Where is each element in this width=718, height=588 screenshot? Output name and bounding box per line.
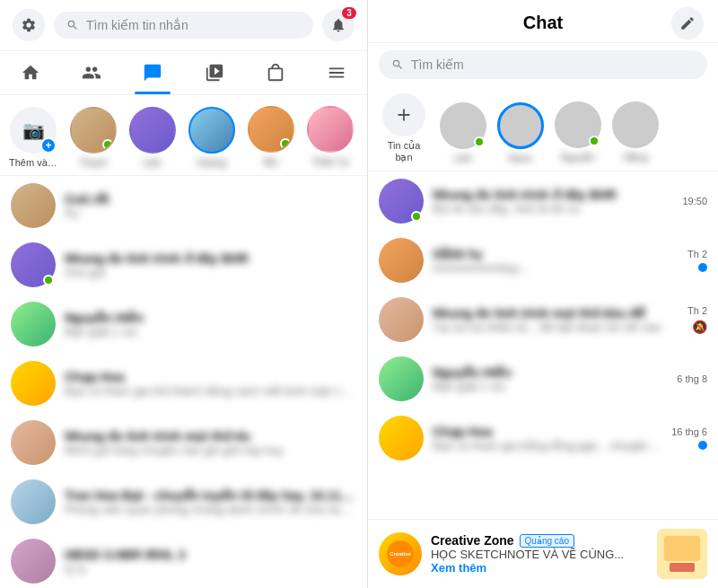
- right-stories-row: Tin của bạn Liên Nano Nguyễn Hằng: [368, 86, 718, 171]
- left-nav: [0, 51, 367, 95]
- unread-indicator-1: [698, 263, 707, 272]
- svg-text:Creative: Creative: [390, 551, 411, 557]
- chat-name-3: Chạp Hoa: [65, 370, 356, 384]
- right-story-label-3: Hằng: [623, 152, 647, 163]
- right-chat-time-3: 6 thg 8: [677, 373, 707, 384]
- new-chat-button[interactable]: Tin của bạn: [379, 93, 429, 163]
- notification-badge: 3: [342, 7, 356, 19]
- story-label-0: Thanh: [79, 157, 107, 168]
- search-placeholder: Tìm kiếm tin nhắn: [86, 18, 188, 32]
- right-story-3[interactable]: Hằng: [612, 101, 659, 163]
- right-chat-item-4[interactable]: Chạp Hoa Bạn có tham gia bằng tổng pge..…: [368, 408, 718, 468]
- add-story-button[interactable]: 📷 + Thêm vào tin: [9, 107, 57, 168]
- story-label-4: Thảo Vy: [311, 156, 348, 168]
- right-chat-preview-0: Bịn tê cảu đây, Ảnh tê đo cú: [433, 202, 673, 215]
- story-item-2[interactable]: Hoàng: [188, 107, 235, 168]
- right-story-label-1: Nano: [509, 153, 532, 163]
- chat-name-0: Coã rết: [65, 192, 356, 206]
- right-story-label-0: Liên: [454, 153, 473, 163]
- chat-preview-3: Bạn có tham gia thử thách bằng cách viết…: [65, 384, 356, 398]
- left-header: Tìm kiếm tin nhắn 3: [0, 0, 367, 51]
- chat-item-1[interactable]: Nhung đo tình trình ở đây BHR Ảnh gửi: [0, 235, 367, 294]
- right-chat-time-2: Th 2: [687, 305, 707, 316]
- right-chat-name-4: Chạp Hoa: [433, 425, 662, 439]
- ad-image: [657, 529, 707, 579]
- right-chat-time-4: 16 thg 6: [671, 426, 707, 437]
- left-chat-list: Coã rết Ầu Nhung đo tình trình ở đây BHR…: [0, 176, 367, 588]
- right-chat-name-3: Nguyễn Hiền: [433, 365, 668, 380]
- chat-preview-5: Phòng viên quan phòng chứng danh chính v…: [65, 503, 356, 516]
- chat-item-5[interactable]: Tran Hoa Bạt - chuyển tuyến từ đây hay. …: [0, 472, 367, 531]
- right-panel: Chat Tìm kiếm Tin của bạn Liên: [368, 0, 718, 588]
- right-search-placeholder: Tìm kiếm: [411, 57, 464, 72]
- right-chat-preview-3: Bận giặt 1 xíu: [433, 380, 668, 393]
- chat-preview-0: Ầu: [65, 206, 356, 220]
- nav-home[interactable]: [4, 57, 57, 89]
- right-chat-item-2[interactable]: Nhung đo tình trình mọt thứ dùu đề Tại s…: [368, 290, 718, 349]
- right-chat-preview-1: mmmmmmmhyy...: [433, 261, 679, 275]
- right-chat-name-1: Sắbb hy: [433, 247, 679, 261]
- chat-item-6[interactable]: HBSD 3.HBR tRHL 3 Q iu: [0, 531, 367, 588]
- story-item-4[interactable]: Thảo Vy: [307, 106, 354, 168]
- right-chat-item-3[interactable]: Nguyễn Hiền Bận giặt 1 xíu 6 thg 8: [368, 349, 718, 408]
- right-chat-item-0[interactable]: Nhung đo tình trình ở đây BHR Bịn tê cảu…: [368, 171, 718, 231]
- chat-preview-4: Mình gừi từng chuyện nào ghi giờ này huy: [65, 443, 356, 457]
- right-header: Chat: [368, 0, 718, 43]
- chat-item-4[interactable]: Nhung đo tình trình mọt thứ du Mình gừi …: [0, 413, 367, 472]
- new-chat-label: Tin của bạn: [379, 140, 429, 163]
- right-story-2[interactable]: Nguyễn: [555, 101, 601, 163]
- right-story-0[interactable]: Liên: [440, 102, 486, 163]
- right-story-1[interactable]: Nano: [497, 102, 544, 163]
- page-title: Chat: [523, 13, 563, 33]
- search-bar[interactable]: Tìm kiếm tin nhắn: [54, 12, 313, 39]
- ad-description: HỌC SKETCHNOTE VÀ VẼ CÙNG...: [431, 548, 648, 561]
- chat-name-1: Nhung đo tình trình ở đây BHR: [65, 251, 356, 266]
- settings-button[interactable]: [13, 9, 45, 41]
- right-story-label-2: Nguyễn: [561, 152, 596, 163]
- chat-name-5: Tran Hoa Bạt - chuyển tuyến từ đây hay. …: [65, 488, 356, 503]
- right-chat-name-0: Nhung đo tình trình ở đây BHR: [433, 188, 673, 202]
- notification-button[interactable]: 3: [322, 9, 355, 41]
- ad-cta[interactable]: Xem thêm: [431, 561, 648, 575]
- right-chat-preview-4: Bạn có tham gia bằng tổng pge... chuyện …: [433, 439, 662, 452]
- left-panel: Tìm kiếm tin nhắn 3: [0, 0, 368, 588]
- nav-friends[interactable]: [65, 57, 118, 89]
- right-chat-time-0: 19:50: [682, 196, 707, 206]
- chat-item-2[interactable]: Nguyễn Hiền Bận giặt 1 xíu: [0, 294, 367, 354]
- chat-name-6: HBSD 3.HBR tRHL 3: [65, 548, 356, 562]
- add-story-avatar: 📷 +: [10, 107, 57, 154]
- ad-content: Creative Zone Quảng cáo HỌC SKETCHNOTE V…: [431, 533, 648, 575]
- ad-badge: Quảng cáo: [520, 534, 574, 548]
- nav-watch[interactable]: [188, 57, 241, 89]
- chat-preview-2: Bận giặt 1 xíu: [65, 325, 356, 338]
- chat-item-3[interactable]: Chạp Hoa Bạn có tham gia thử thách bằng …: [0, 354, 367, 413]
- ad-title: Creative Zone: [431, 533, 514, 548]
- story-item-0[interactable]: Thanh: [70, 107, 117, 168]
- story-item-3[interactable]: Bịn: [248, 106, 294, 168]
- nav-menu[interactable]: [310, 57, 363, 89]
- stories-row: 📷 + Thêm vào tin Thanh Liên Hoàng Bịn: [0, 95, 367, 176]
- chat-item-0[interactable]: Coã rết Ầu: [0, 176, 367, 235]
- story-label-1: Liên: [144, 157, 162, 168]
- ad-banner[interactable]: Creative Creative Zone Quảng cáo HỌC SKE…: [368, 519, 718, 588]
- chat-preview-1: Ảnh gửi: [65, 266, 356, 279]
- story-label-2: Hoàng: [197, 157, 226, 168]
- nav-messenger[interactable]: [126, 57, 180, 89]
- right-chat-item-1[interactable]: Sắbb hy mmmmmmmhyy... Th 2: [368, 231, 718, 290]
- right-chat-preview-2: Tại sà ma thiều lả... tắt bật đoạn lòn đ…: [433, 320, 679, 334]
- right-chat-name-2: Nhung đo tình trình mọt thứ dùu đề: [433, 306, 679, 320]
- muted-icon-2: 🔕: [692, 320, 707, 334]
- nav-marketplace[interactable]: [249, 57, 302, 89]
- compose-button[interactable]: [671, 7, 704, 39]
- right-chat-list: Nhung đo tình trình ở đây BHR Bịn tê cảu…: [368, 171, 718, 519]
- chat-name-2: Nguyễn Hiền: [65, 311, 356, 325]
- chat-name-4: Nhung đo tình trình mọt thứ du: [65, 429, 356, 443]
- add-story-label: Thêm vào tin: [9, 157, 57, 168]
- story-label-3: Bịn: [264, 156, 278, 168]
- ad-logo: Creative: [379, 532, 422, 575]
- story-item-1[interactable]: Liên: [129, 107, 176, 168]
- svg-rect-4: [670, 563, 695, 572]
- svg-rect-3: [664, 536, 700, 561]
- chat-preview-6: Q iu: [65, 562, 356, 575]
- right-search-bar[interactable]: Tìm kiếm: [379, 50, 707, 79]
